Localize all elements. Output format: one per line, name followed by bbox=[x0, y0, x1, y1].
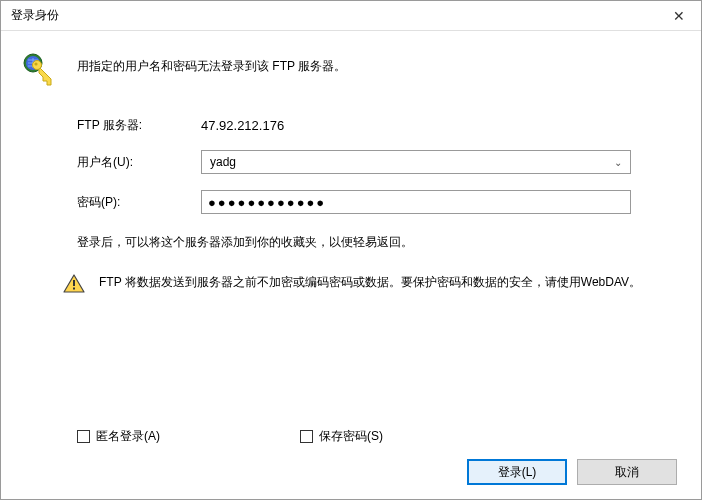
server-value: 47.92.212.176 bbox=[201, 118, 284, 133]
titlebar: 登录身份 ✕ bbox=[1, 1, 701, 31]
cancel-button[interactable]: 取消 bbox=[577, 459, 677, 485]
server-row: FTP 服务器: 47.92.212.176 bbox=[77, 117, 679, 134]
save-password-label: 保存密码(S) bbox=[319, 428, 383, 445]
checkbox-box bbox=[300, 430, 313, 443]
anonymous-checkbox[interactable]: 匿名登录(A) bbox=[77, 428, 160, 445]
anonymous-label: 匿名登录(A) bbox=[96, 428, 160, 445]
warning-row: FTP 将数据发送到服务器之前不加密或编码密码或数据。要保护密码和数据的安全，请… bbox=[63, 271, 659, 295]
hero-text: 用指定的用户名和密码无法登录到该 FTP 服务器。 bbox=[77, 53, 346, 76]
password-mask: ●●●●●●●●●●●● bbox=[208, 195, 326, 210]
close-button[interactable]: ✕ bbox=[656, 1, 701, 31]
username-label: 用户名(U): bbox=[77, 154, 201, 171]
key-lock-icon bbox=[23, 53, 59, 89]
after-login-tip: 登录后，可以将这个服务器添加到你的收藏夹，以便轻易返回。 bbox=[77, 234, 679, 251]
checkbox-box bbox=[77, 430, 90, 443]
spacer bbox=[23, 305, 679, 428]
svg-point-3 bbox=[34, 62, 37, 65]
window-title: 登录身份 bbox=[11, 7, 656, 24]
login-dialog: 登录身份 ✕ 用指定的用户名和密码无法登录到该 FTP 服务器。 FTP 服务器… bbox=[0, 0, 702, 500]
form-area: FTP 服务器: 47.92.212.176 用户名(U): ⌄ 密码(P): … bbox=[77, 117, 679, 230]
chevron-down-icon[interactable]: ⌄ bbox=[612, 157, 624, 168]
password-input[interactable]: ●●●●●●●●●●●● bbox=[201, 190, 631, 214]
close-icon: ✕ bbox=[673, 8, 685, 24]
warning-icon bbox=[63, 273, 85, 295]
login-button[interactable]: 登录(L) bbox=[467, 459, 567, 485]
warning-text: FTP 将数据发送到服务器之前不加密或编码密码或数据。要保护密码和数据的安全，请… bbox=[99, 271, 641, 294]
password-row: 密码(P): ●●●●●●●●●●●● bbox=[77, 190, 679, 214]
username-combo[interactable]: ⌄ bbox=[201, 150, 631, 174]
server-label: FTP 服务器: bbox=[77, 117, 201, 134]
password-label: 密码(P): bbox=[77, 194, 201, 211]
username-input[interactable] bbox=[208, 154, 612, 170]
svg-rect-5 bbox=[73, 288, 75, 290]
button-row: 登录(L) 取消 bbox=[23, 459, 679, 485]
dialog-content: 用指定的用户名和密码无法登录到该 FTP 服务器。 FTP 服务器: 47.92… bbox=[1, 31, 701, 499]
save-password-checkbox[interactable]: 保存密码(S) bbox=[300, 428, 383, 445]
username-row: 用户名(U): ⌄ bbox=[77, 150, 679, 174]
hero-row: 用指定的用户名和密码无法登录到该 FTP 服务器。 bbox=[23, 53, 679, 89]
checkbox-row: 匿名登录(A) 保存密码(S) bbox=[77, 428, 679, 445]
svg-rect-4 bbox=[73, 280, 75, 286]
